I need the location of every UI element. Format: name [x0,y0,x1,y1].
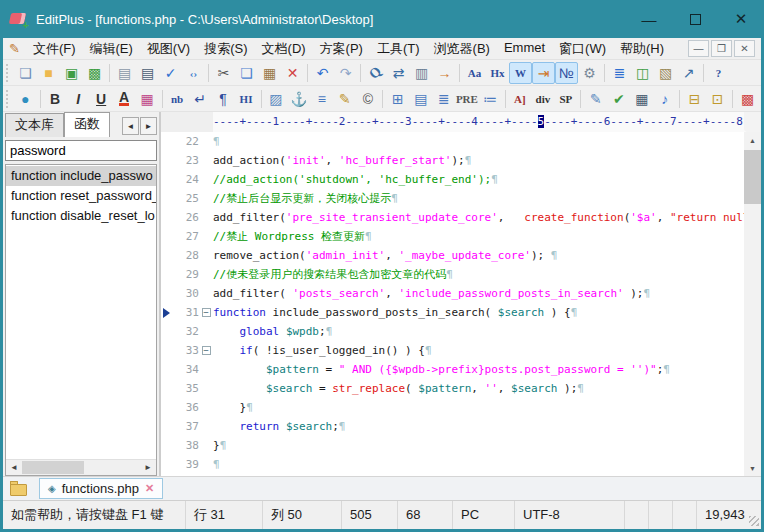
menu-item[interactable]: 帮助(H) [613,38,671,60]
edit-script-button[interactable]: ✎ [584,88,607,110]
bullet-list-tag-button[interactable]: ≔ [479,88,502,110]
function-list-item[interactable]: function reset_password_ [6,186,156,206]
sidebar-tab-cliptext[interactable]: 文本库 [5,113,64,137]
function-list-item[interactable]: function disable_reset_lo [6,206,156,226]
underline-button[interactable]: U [90,88,113,110]
span-tag-button[interactable]: SP [554,88,577,110]
scroll-down-button[interactable]: ▼ [744,460,761,476]
function-list-item[interactable]: function include_passwo [6,166,156,186]
line-numbers-button[interactable]: № [555,62,578,84]
color-palette-button[interactable]: ▦ [136,88,159,110]
table-cell-button[interactable]: ▤ [409,88,432,110]
maximize-button[interactable] [672,0,718,38]
html-tags-button[interactable]: ‹› [182,62,205,84]
compose-email-button[interactable]: ✎ [333,88,356,110]
resize-grip-icon[interactable] [749,516,759,526]
paste-button[interactable]: ▦ [258,62,281,84]
scrollbar-track[interactable] [84,460,140,475]
font-tag-button[interactable]: A] [508,88,531,110]
preformatted-tag-button[interactable]: PRE [455,88,478,110]
paragraph-tag-button[interactable]: ¶ [212,88,235,110]
sidebar-tab-functions[interactable]: 函数 [64,112,110,137]
menu-item[interactable]: 浏览器(B) [427,38,497,60]
toolbar-grip[interactable] [6,64,10,82]
tab-scroll-right-button[interactable]: ► [140,117,157,135]
toolbar-grip[interactable] [6,90,10,108]
menu-item[interactable]: Emmet [497,38,552,60]
menu-item[interactable]: 视图(V) [140,38,197,60]
print-button[interactable]: ▤ [136,62,159,84]
color-picker-button[interactable]: ▩ [736,88,759,110]
div-tag-button[interactable]: div [531,88,554,110]
find-in-files-button[interactable]: ▥ [410,62,433,84]
context-help-button[interactable]: ? [707,62,730,84]
menu-item[interactable]: 文档(D) [255,38,313,60]
preferences-button[interactable]: ⚙ [578,62,601,84]
redo-button[interactable]: ↷ [334,62,357,84]
heading-tag-button[interactable]: HI [235,88,258,110]
menu-item[interactable]: 工具(T) [370,38,427,60]
special-character-button[interactable]: © [356,88,379,110]
open-file-button[interactable]: ■ [37,62,60,84]
menu-item[interactable]: 文件(F) [26,38,83,60]
browser-button[interactable]: ● [14,88,37,110]
scroll-up-button[interactable]: ▲ [744,132,761,148]
word-wrap-button[interactable]: W [509,62,532,84]
font-color-button[interactable]: A [113,88,136,110]
center-text-button[interactable]: ≣ [432,88,455,110]
find-button[interactable]: Q [364,62,387,84]
hex-view-button[interactable]: Hx [486,62,509,84]
view-in-browser-button[interactable]: ↗ [677,62,700,84]
fold-toggle-icon[interactable]: − [202,346,211,355]
form-options-button[interactable]: ⊡ [706,88,729,110]
cut-button[interactable]: ✂ [212,62,235,84]
document-tab-functions-php[interactable]: ◈ functions.php ✕ [39,478,163,499]
minimize-button[interactable]: — [626,0,672,38]
scrollbar-track[interactable] [744,204,761,460]
line-break-button[interactable]: ↵ [189,88,212,110]
insert-video-button[interactable]: ▦ [630,88,653,110]
italic-button[interactable]: I [67,88,90,110]
insert-audio-button[interactable]: ♪ [653,88,676,110]
print-preview-button[interactable]: ▤ [113,62,136,84]
save-all-button[interactable]: ▩ [83,62,106,84]
insert-table-button[interactable]: ⊞ [386,88,409,110]
scrollbar-thumb[interactable] [744,150,761,204]
fold-toggle-icon[interactable]: − [202,308,211,317]
menu-item[interactable]: 方案(P) [313,38,370,60]
non-breaking-space-button[interactable]: nb [166,88,189,110]
horizontal-rule-button[interactable]: ≡ [310,88,333,110]
mdi-close-button[interactable]: ✕ [734,40,755,57]
insert-image-button[interactable]: ▨ [264,88,287,110]
folder-icon[interactable] [9,480,31,498]
syntax-check-button[interactable]: ✔ [607,88,630,110]
editor-canvas[interactable]: 22¶23add_action('init', 'hc_buffer_start… [161,132,744,476]
toggle-case-button[interactable]: Aa [463,62,486,84]
delete-button[interactable]: ✕ [281,62,304,84]
undo-button[interactable]: ↶ [311,62,334,84]
scroll-left-button[interactable]: ◄ [6,460,22,475]
mdi-restore-button[interactable]: ❐ [711,40,732,57]
menu-item[interactable]: 窗口(W) [552,38,613,60]
tab-scroll-left-button[interactable]: ◄ [122,117,139,135]
replace-button[interactable]: ⇄ [387,62,410,84]
tab-close-icon[interactable]: ✕ [145,482,154,495]
save-button[interactable]: ▣ [60,62,83,84]
bold-button[interactable]: B [44,88,67,110]
menu-item[interactable]: 搜索(S) [197,38,254,60]
document-pencil-icon[interactable]: ✎ [9,41,20,56]
editplus-logo-icon[interactable]: + [10,12,27,27]
mdi-minimize-button[interactable]: — [688,40,709,57]
form-input-button[interactable]: ⊟ [683,88,706,110]
cliptext-window-button[interactable]: ▧ [654,62,677,84]
close-button[interactable]: ✕ [718,0,764,38]
auto-indent-button[interactable]: ⇥ [532,62,555,84]
new-file-button[interactable]: ❏ [14,62,37,84]
window-split-button[interactable]: ◫ [631,62,654,84]
goto-line-button[interactable]: → [433,62,456,84]
spell-check-button[interactable]: ✓ [159,62,182,84]
document-list-button[interactable]: ≣ [608,62,631,84]
anchor-tag-button[interactable]: ⚓ [287,88,310,110]
copy-button[interactable]: ❏ [235,62,258,84]
function-search-input[interactable] [5,140,157,161]
